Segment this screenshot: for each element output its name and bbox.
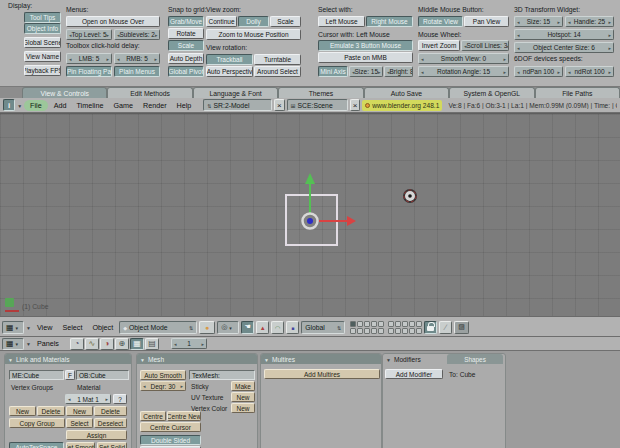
frame-number-stepper[interactable]: 1 [171, 338, 207, 349]
pin-floating-panels-toggle[interactable]: Pin Floating Pa [66, 66, 112, 77]
draw-type-selector[interactable] [199, 321, 215, 334]
menu-panels[interactable]: Panels [33, 339, 63, 348]
pivot-selector[interactable] [217, 321, 239, 334]
menu-game[interactable]: Game [109, 101, 137, 110]
widget-size-stepper[interactable]: Size: 15 [514, 16, 563, 27]
snap-grab-toggle[interactable]: Grab/Move [168, 16, 204, 27]
orientation-selector[interactable]: Global [301, 321, 345, 334]
screen-delete-button[interactable] [274, 99, 284, 111]
centre-button[interactable]: Centre [140, 411, 166, 421]
rotation-angle-stepper[interactable]: Rotation Angle: 15 [418, 66, 509, 77]
auto-smooth-toggle[interactable]: Auto Smooth [140, 370, 186, 380]
tab-shapes[interactable]: Shapes [447, 354, 503, 364]
editor-type-selector[interactable] [2, 338, 24, 350]
widget-hotspot-stepper[interactable]: Hotspot: 14 [514, 29, 614, 40]
3d-cursor[interactable] [404, 190, 416, 202]
screen-selector[interactable]: SR:2-Model [203, 99, 272, 111]
zoom-scale-toggle[interactable]: Scale [270, 16, 301, 27]
invert-zoom-toggle[interactable]: Invert Zoom [418, 40, 460, 51]
global-pivot-toggle[interactable]: Global Pivot [168, 66, 204, 77]
layer-toggle[interactable] [350, 328, 356, 334]
autotexspace-toggle[interactable]: AutoTexSpace [9, 442, 64, 448]
select-right-mouse-toggle[interactable]: Right Mouse [366, 16, 413, 27]
shading-context-button[interactable] [100, 338, 114, 350]
material-select-button[interactable]: Select [66, 418, 93, 428]
layer-toggle[interactable] [402, 321, 408, 327]
mini-axis-bright-stepper[interactable]: Bright: 8 [384, 66, 413, 77]
layer-toggle[interactable] [357, 328, 363, 334]
layer-toggle[interactable] [402, 328, 408, 334]
header-collapse-icon[interactable] [26, 340, 31, 347]
playback-fps-toggle[interactable]: Playback FPS [24, 65, 61, 76]
mmb-pan-view-toggle[interactable]: Pan View [464, 16, 509, 27]
3d-viewport[interactable]: (1) Cube [0, 113, 620, 317]
script-context-button[interactable] [85, 338, 99, 350]
lmb-delay-stepper[interactable]: LMB: 5 [66, 53, 112, 64]
layer-toggle[interactable] [409, 321, 415, 327]
mode-selector[interactable]: Object Mode [119, 321, 197, 334]
layer-toggle[interactable] [388, 321, 394, 327]
material-assign-button[interactable]: Assign [66, 430, 127, 440]
manipulator-scale-toggle[interactable] [286, 321, 299, 334]
vertex-color-new-button[interactable]: New [231, 403, 255, 413]
snap-rotate-toggle[interactable]: Rotate [168, 28, 204, 39]
auto-perspective-toggle[interactable]: Auto Perspectiv [206, 66, 253, 77]
lock-layers-button[interactable] [424, 321, 437, 334]
smooth-view-stepper[interactable]: Smooth View: 0 [418, 53, 509, 64]
around-selection-toggle[interactable]: Around Select [254, 66, 301, 77]
tool-tips-toggle[interactable]: Tool Tips [24, 12, 61, 23]
zoom-to-mouse-toggle[interactable]: Zoom to Mouse Position [206, 29, 301, 40]
layer-toggle[interactable] [395, 328, 401, 334]
ndrot-stepper[interactable]: ndRot 100 [565, 66, 614, 77]
panel-collapse-icon[interactable] [8, 356, 13, 363]
top-level-stepper[interactable]: Top Level: 5 [66, 29, 112, 40]
material-deselect-button[interactable]: Deselect [94, 418, 127, 428]
menu-select[interactable]: Select [58, 323, 86, 332]
vgroup-delete-button[interactable]: Delete [37, 406, 65, 416]
uv-texture-new-button[interactable]: New [231, 392, 255, 402]
layer-toggle[interactable] [378, 328, 384, 334]
layer-toggle[interactable] [371, 321, 377, 327]
layer-toggle[interactable] [409, 328, 415, 334]
scroll-lines-stepper[interactable]: Scroll Lines: 3 [461, 40, 509, 51]
editing-context-button[interactable] [130, 338, 144, 350]
set-smooth-button[interactable]: Set Smooth [66, 442, 95, 448]
layer-toggle[interactable] [416, 321, 422, 327]
mini-axis-toggle[interactable]: Mini Axis [318, 66, 348, 77]
material-index-stepper[interactable]: 1 Mat 1 [65, 394, 111, 404]
panel-header[interactable]: Mesh [137, 354, 257, 364]
cube-object[interactable] [285, 194, 338, 246]
centre-cursor-button[interactable]: Centre Cursor [140, 422, 201, 432]
blender-version-link[interactable]: www.blender.org 248.1 [362, 100, 442, 111]
layer-toggle[interactable] [371, 328, 377, 334]
panel-header[interactable]: Multires [261, 354, 381, 364]
layer-toggle[interactable] [378, 321, 384, 327]
scene-selector[interactable]: SCE:Scene [287, 99, 348, 111]
paste-on-mmb-toggle[interactable]: Paste on MMB [318, 52, 413, 63]
layer-toggle[interactable] [416, 328, 422, 334]
material-new-button[interactable]: New [66, 406, 93, 416]
menu-add[interactable]: Add [50, 101, 71, 110]
menu-render[interactable]: Render [139, 101, 171, 110]
vgroup-new-button[interactable]: New [9, 406, 36, 416]
menu-timeline[interactable]: Timeline [72, 101, 107, 110]
zoom-dolly-toggle[interactable]: Dolly [238, 16, 269, 27]
header-collapse-icon[interactable] [17, 102, 22, 109]
manipulator-toggle[interactable] [241, 321, 254, 334]
panel-collapse-icon[interactable] [140, 356, 145, 363]
open-on-mouse-over-toggle[interactable]: Open on Mouse Over [66, 16, 160, 27]
editor-type-selector[interactable] [2, 321, 24, 334]
widget-handle-stepper[interactable]: Handle: 25 [565, 16, 614, 27]
mmb-rotate-view-toggle[interactable]: Rotate View [418, 16, 463, 27]
select-left-mouse-toggle[interactable]: Left Mouse [318, 16, 365, 27]
zoom-continue-toggle[interactable]: Continue [206, 16, 237, 27]
view-name-toggle[interactable]: View Name [24, 51, 61, 62]
panel-collapse-icon[interactable] [386, 356, 391, 363]
turntable-toggle[interactable]: Turntable [254, 54, 301, 65]
menu-file[interactable]: File [24, 100, 48, 111]
manipulator-rotate-toggle[interactable] [271, 321, 284, 334]
plain-menus-toggle[interactable]: Plain Menus [114, 66, 160, 77]
logic-context-button[interactable] [70, 338, 84, 350]
proportional-edit-button[interactable] [439, 321, 452, 334]
mini-axis-size-stepper[interactable]: Size: 15 [349, 66, 383, 77]
